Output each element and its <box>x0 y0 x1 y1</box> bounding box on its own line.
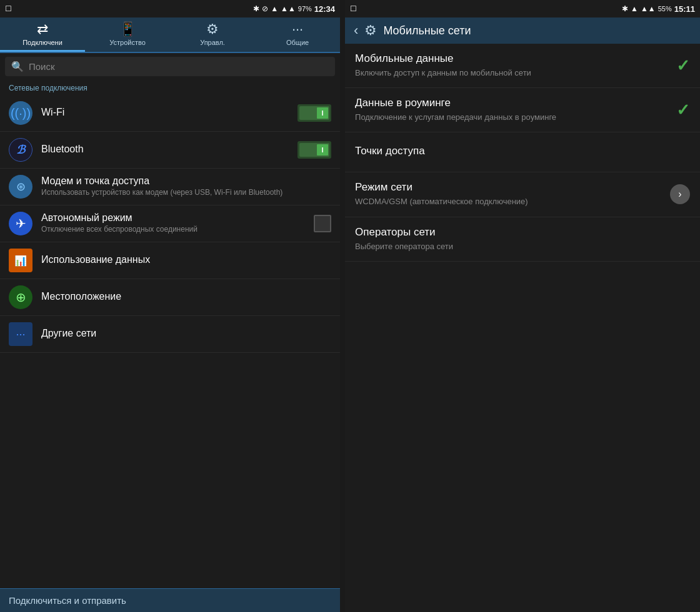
roaming-title: Данные в роуминге <box>355 97 676 109</box>
search-placeholder: Поиск <box>29 61 55 72</box>
left-phone-icon: ☐ <box>5 4 12 13</box>
bluetooth-toggle[interactable]: I <box>298 141 331 159</box>
operators-text: Операторы сети Выберите оператора сети <box>355 226 690 252</box>
settings-item-location[interactable]: ⊕ Местоположение <box>0 279 340 316</box>
right-item-mobile-data[interactable]: Мобильные данные Включить доступ к данны… <box>345 44 700 88</box>
connections-icon: ⇄ <box>37 21 48 37</box>
network-mode-text: Режим сети WCDMA/GSM (автоматическое под… <box>355 181 670 207</box>
left-signal-icon: ▲▲ <box>281 4 296 13</box>
bluetooth-icon: ℬ <box>9 138 32 162</box>
right-item-operators[interactable]: Операторы сети Выберите оператора сети <box>345 217 700 262</box>
roaming-subtitle: Подключение к услугам передачи данных в … <box>355 112 676 123</box>
settings-item-tether[interactable]: ⊛ Модем и точка доступа Использовать уст… <box>0 169 340 205</box>
right-battery: 55% <box>658 5 672 12</box>
operators-subtitle: Выберите оператора сети <box>355 241 690 252</box>
data-usage-text: Использование данных <box>41 254 331 267</box>
airplane-icon: ✈ <box>9 212 32 235</box>
left-mute-icon: ⊘ <box>262 4 268 13</box>
search-icon: 🔍 <box>11 61 24 72</box>
location-icon: ⊕ <box>9 285 32 309</box>
wifi-icon: ((·)) <box>9 101 32 125</box>
roaming-text: Данные в роуминге Подключение к услугам … <box>355 97 676 123</box>
right-item-access-points[interactable]: Точки доступа <box>345 132 700 172</box>
location-text: Местоположение <box>41 291 331 304</box>
network-mode-subtitle: WCDMA/GSM (автоматическое подключение) <box>355 196 670 207</box>
tether-subtitle: Использовать устройство как модем (через… <box>41 188 331 198</box>
right-header: ‹ ⚙ Мобильные сети <box>345 17 700 44</box>
right-clock: 15:11 <box>674 4 695 14</box>
tether-text: Модем и точка доступа Использовать устро… <box>41 175 331 198</box>
left-wifi-icon: ▲ <box>271 4 278 13</box>
back-button[interactable]: ‹ <box>354 22 358 39</box>
right-phone-icon: ☐ <box>350 4 357 13</box>
settings-item-more-networks[interactable]: ··· Другие сети <box>0 316 340 353</box>
settings-list: ((·)) Wi-Fi I ℬ Bluetooth I <box>0 95 340 588</box>
bottom-bar-label: Подключиться и отправить <box>9 595 126 606</box>
bottom-bar[interactable]: Подключиться и отправить <box>0 588 340 612</box>
search-bar[interactable]: 🔍 Поиск <box>5 57 335 76</box>
tab-connections[interactable]: ⇄ Подключени <box>0 17 85 52</box>
settings-item-bluetooth[interactable]: ℬ Bluetooth I <box>0 132 340 169</box>
right-item-roaming[interactable]: Данные в роуминге Подключение к услугам … <box>345 88 700 132</box>
tab-device-label: Устройство <box>109 39 146 46</box>
tab-manage-label: Управл. <box>200 39 225 46</box>
tether-icon: ⊛ <box>9 175 32 199</box>
settings-item-airplane[interactable]: ✈ Автономный режим Отключение всех беспр… <box>0 205 340 242</box>
settings-item-data-usage[interactable]: 📊 Использование данных <box>0 242 340 279</box>
tab-bar: ⇄ Подключени 📱 Устройство ⚙ Управл. ··· … <box>0 17 340 53</box>
access-points-title: Точки доступа <box>355 145 690 157</box>
right-status-bar: ☐ ✱ ▲ ▲▲ 55% 15:11 <box>345 0 700 17</box>
more-networks-icon: ··· <box>9 322 32 346</box>
tab-general-label: Общие <box>286 39 309 46</box>
bluetooth-title: Bluetooth <box>41 144 298 155</box>
general-icon: ··· <box>292 21 303 37</box>
right-settings-list: Мобильные данные Включить доступ к данны… <box>345 44 700 612</box>
tab-general[interactable]: ··· Общие <box>255 17 340 52</box>
right-item-network-mode[interactable]: Режим сети WCDMA/GSM (автоматическое под… <box>345 172 700 217</box>
settings-item-wifi[interactable]: ((·)) Wi-Fi I <box>0 95 340 132</box>
mobile-data-check: ✓ <box>676 56 690 76</box>
network-mode-chevron: › <box>670 184 690 204</box>
right-signal-icon: ▲▲ <box>641 4 656 13</box>
mobile-data-text: Мобильные данные Включить доступ к данны… <box>355 52 676 79</box>
data-usage-icon: 📊 <box>9 249 32 272</box>
settings-gear-icon: ⚙ <box>364 22 377 39</box>
right-page-title: Мобильные сети <box>383 24 471 37</box>
left-bt-icon: ✱ <box>253 4 259 13</box>
device-icon: 📱 <box>119 21 136 37</box>
operators-title: Операторы сети <box>355 226 690 239</box>
airplane-text: Автономный режим Отключение всех беспров… <box>41 212 314 235</box>
right-panel: ☐ ✱ ▲ ▲▲ 55% 15:11 ‹ ⚙ Мобильные сети Мо… <box>345 0 700 612</box>
wifi-toggle[interactable]: I <box>298 104 331 122</box>
airplane-title: Автономный режим <box>41 212 314 224</box>
manage-icon: ⚙ <box>206 21 219 37</box>
data-usage-title: Использование данных <box>41 254 331 265</box>
network-mode-title: Режим сети <box>355 181 670 194</box>
bluetooth-text: Bluetooth <box>41 144 298 156</box>
airplane-subtitle: Отключение всех беспроводных соединений <box>41 225 314 235</box>
right-wifi-icon: ▲ <box>631 4 638 13</box>
tether-title: Модем и точка доступа <box>41 175 331 187</box>
more-networks-text: Другие сети <box>41 328 331 340</box>
left-panel: ☐ ✱ ⊘ ▲ ▲▲ 97% 12:34 ⇄ Подключени 📱 Устр… <box>0 0 340 612</box>
access-points-text: Точки доступа <box>355 145 690 160</box>
mobile-data-title: Мобильные данные <box>355 52 676 65</box>
location-title: Местоположение <box>41 291 331 302</box>
right-bt-icon: ✱ <box>622 4 628 13</box>
airplane-checkbox[interactable] <box>314 215 331 232</box>
left-clock: 12:34 <box>314 4 335 14</box>
section-header-network: Сетевые подключения <box>0 80 340 95</box>
tab-connections-label: Подключени <box>22 39 62 46</box>
left-battery: 97% <box>298 5 312 12</box>
more-networks-title: Другие сети <box>41 328 331 339</box>
mobile-data-subtitle: Включить доступ к данным по мобильной се… <box>355 67 676 79</box>
wifi-text: Wi-Fi <box>41 107 298 119</box>
tab-manage[interactable]: ⚙ Управл. <box>170 17 255 52</box>
tab-device[interactable]: 📱 Устройство <box>85 17 170 52</box>
left-status-bar: ☐ ✱ ⊘ ▲ ▲▲ 97% 12:34 <box>0 0 340 17</box>
wifi-title: Wi-Fi <box>41 107 298 118</box>
roaming-check: ✓ <box>676 101 690 120</box>
